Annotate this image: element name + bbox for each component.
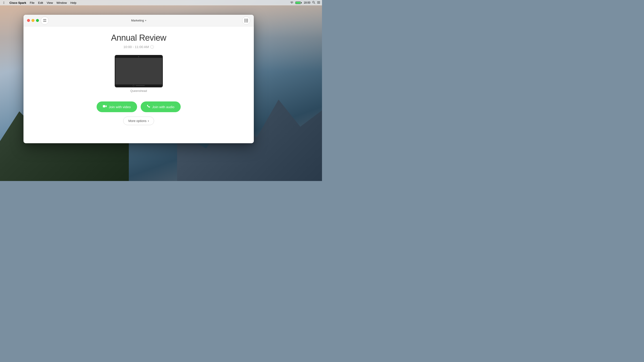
meeting-title: Annual Review	[111, 33, 166, 43]
svg-point-0	[312, 1, 314, 3]
traffic-lights	[27, 19, 39, 22]
menubar-file[interactable]: File	[28, 1, 36, 5]
search-icon[interactable]	[312, 1, 315, 5]
window-content: Annual Review 10:00 - 11:00 AM i Queensh…	[24, 26, 254, 143]
video-camera-icon	[103, 105, 107, 109]
info-icon[interactable]: i	[150, 45, 154, 49]
join-with-audio-button[interactable]: Join with audio	[141, 101, 181, 112]
meeting-time-text: 10:00 - 11:00 AM	[124, 45, 149, 49]
grid-menu-button[interactable]	[242, 16, 250, 24]
grid-dot	[246, 21, 247, 22]
apple-menu[interactable]: 	[2, 0, 6, 5]
title-bar-center: Marketing ▾	[131, 19, 146, 22]
device-frame	[115, 55, 163, 87]
device-bottom-bar	[116, 84, 162, 87]
sidebar-toggle-button[interactable]	[41, 16, 49, 24]
device-camera-dot	[138, 56, 139, 57]
join-with-video-button[interactable]: Join with video	[96, 101, 137, 112]
battery-fill	[296, 2, 300, 4]
app-window: Marketing ▾ Annual Review 10:00 - 11:00 …	[24, 15, 254, 143]
menubar-app-name[interactable]: Cisco Spark	[8, 1, 28, 5]
grid-dot	[244, 20, 245, 21]
meeting-time-row: 10:00 - 11:00 AM i	[124, 45, 154, 49]
hamburger-line-2	[43, 20, 46, 21]
grid-dot	[244, 21, 245, 22]
hamburger-icon	[43, 19, 46, 22]
device-preview: Queenshead	[115, 55, 163, 92]
list-icon[interactable]	[317, 1, 320, 4]
menubar-edit[interactable]: Edit	[36, 1, 44, 5]
device-home-bar	[136, 85, 145, 86]
grid-dot	[246, 19, 247, 20]
wifi-icon	[290, 1, 294, 4]
hamburger-line-1	[43, 19, 46, 20]
more-options-label: More options	[128, 119, 146, 123]
minimize-button[interactable]	[32, 19, 34, 22]
device-name: Queenshead	[130, 89, 147, 92]
chevron-down-icon: ▾	[145, 19, 146, 22]
svg-rect-5	[103, 105, 105, 107]
menubar-view[interactable]: View	[45, 1, 54, 5]
hamburger-line-3	[43, 21, 46, 22]
grid-dots-icon	[244, 19, 248, 22]
join-video-label: Join with video	[109, 105, 130, 109]
device-home-button	[132, 85, 134, 86]
device-top-bar	[116, 56, 162, 58]
menubar-time: 18:00	[304, 1, 310, 4]
close-button[interactable]	[27, 19, 30, 22]
grid-dot	[247, 20, 248, 21]
menubar-help[interactable]: Help	[69, 1, 78, 5]
menubar-left:  Cisco Spark File Edit View Window Help	[2, 0, 290, 5]
action-buttons: Join with video Join with audio	[96, 101, 181, 112]
battery-indicator	[296, 1, 301, 4]
space-name[interactable]: Marketing	[131, 19, 144, 22]
menubar:  Cisco Spark File Edit View Window Help…	[0, 0, 322, 5]
grid-dot	[244, 19, 245, 20]
more-options-button[interactable]: More options ▾	[123, 117, 154, 125]
device-screen	[116, 56, 162, 87]
phone-icon	[147, 105, 150, 109]
maximize-button[interactable]	[36, 19, 39, 22]
grid-dot	[247, 21, 248, 22]
title-bar: Marketing ▾	[24, 15, 254, 26]
more-options-chevron-icon: ▾	[148, 120, 149, 122]
menubar-right: 18:00	[290, 1, 320, 5]
grid-dot	[246, 20, 247, 21]
menubar-window[interactable]: Window	[55, 1, 68, 5]
join-audio-label: Join with audio	[152, 105, 174, 109]
grid-dot	[247, 19, 248, 20]
svg-line-1	[314, 3, 315, 3]
